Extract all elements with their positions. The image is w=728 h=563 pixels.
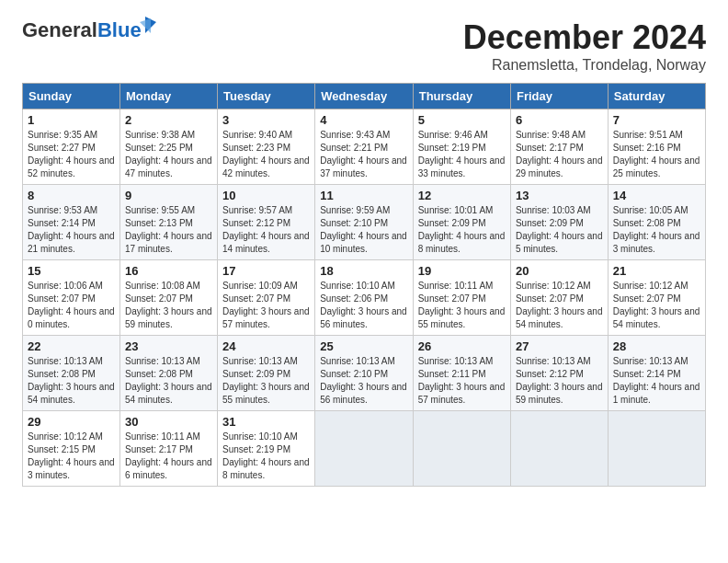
- day-number: 6: [516, 113, 603, 127]
- table-row: 28Sunrise: 10:13 AM Sunset: 2:14 PM Dayl…: [608, 336, 705, 411]
- day-info: Sunrise: 9:46 AM Sunset: 2:19 PM Dayligh…: [418, 129, 506, 180]
- table-row: 13Sunrise: 10:03 AM Sunset: 2:09 PM Dayl…: [510, 185, 608, 260]
- table-row: 27Sunrise: 10:13 AM Sunset: 2:12 PM Dayl…: [510, 336, 608, 411]
- table-row: 15Sunrise: 10:06 AM Sunset: 2:07 PM Dayl…: [23, 260, 120, 336]
- day-number: 14: [613, 189, 700, 202]
- table-row: 14Sunrise: 10:05 AM Sunset: 2:08 PM Dayl…: [608, 185, 705, 260]
- table-row: [315, 411, 414, 487]
- day-number: 12: [418, 189, 506, 202]
- col-monday: Monday: [120, 84, 218, 109]
- day-info: Sunrise: 10:05 AM Sunset: 2:08 PM Daylig…: [613, 204, 700, 256]
- col-friday: Friday: [510, 84, 608, 109]
- day-info: Sunrise: 10:09 AM Sunset: 2:07 PM Daylig…: [222, 280, 310, 331]
- logo-icon: [138, 15, 158, 35]
- day-number: 25: [320, 339, 408, 353]
- day-number: 29: [28, 415, 115, 429]
- table-row: [413, 411, 510, 487]
- day-info: Sunrise: 9:55 AM Sunset: 2:13 PM Dayligh…: [125, 204, 212, 256]
- calendar-header-row: Sunday Monday Tuesday Wednesday Thursday…: [23, 84, 706, 109]
- logo-blue: Blue: [97, 18, 142, 41]
- table-row: 10Sunrise: 9:57 AM Sunset: 2:12 PM Dayli…: [218, 185, 315, 260]
- table-row: 20Sunrise: 10:12 AM Sunset: 2:07 PM Dayl…: [510, 260, 608, 336]
- col-thursday: Thursday: [413, 84, 510, 109]
- day-number: 31: [222, 415, 310, 429]
- day-number: 21: [613, 264, 700, 278]
- logo-general: General: [22, 18, 97, 41]
- day-info: Sunrise: 10:13 AM Sunset: 2:14 PM Daylig…: [613, 355, 700, 407]
- table-row: 16Sunrise: 10:08 AM Sunset: 2:07 PM Dayl…: [120, 260, 218, 336]
- day-number: 28: [613, 339, 700, 353]
- day-info: Sunrise: 9:38 AM Sunset: 2:25 PM Dayligh…: [125, 129, 212, 180]
- table-row: 4Sunrise: 9:43 AM Sunset: 2:21 PM Daylig…: [315, 109, 414, 185]
- day-info: Sunrise: 10:13 AM Sunset: 2:08 PM Daylig…: [28, 355, 115, 407]
- table-row: [510, 411, 608, 487]
- day-info: Sunrise: 10:13 AM Sunset: 2:10 PM Daylig…: [320, 355, 408, 407]
- col-wednesday: Wednesday: [315, 84, 414, 109]
- logo: GeneralBlue: [22, 18, 142, 42]
- day-number: 24: [222, 339, 310, 353]
- page-title: December 2024: [463, 18, 706, 57]
- table-row: 3Sunrise: 9:40 AM Sunset: 2:23 PM Daylig…: [218, 109, 315, 185]
- day-info: Sunrise: 9:51 AM Sunset: 2:16 PM Dayligh…: [613, 129, 700, 180]
- day-info: Sunrise: 10:03 AM Sunset: 2:09 PM Daylig…: [516, 204, 603, 256]
- day-number: 26: [418, 339, 506, 353]
- day-number: 13: [516, 189, 603, 202]
- day-info: Sunrise: 9:53 AM Sunset: 2:14 PM Dayligh…: [28, 204, 115, 256]
- table-row: 29Sunrise: 10:12 AM Sunset: 2:15 PM Dayl…: [23, 411, 120, 487]
- table-row: 2Sunrise: 9:38 AM Sunset: 2:25 PM Daylig…: [120, 109, 218, 185]
- table-row: 24Sunrise: 10:13 AM Sunset: 2:09 PM Dayl…: [218, 336, 315, 411]
- day-number: 27: [516, 339, 603, 353]
- day-number: 18: [320, 264, 408, 278]
- day-number: 3: [222, 113, 310, 127]
- day-info: Sunrise: 9:57 AM Sunset: 2:12 PM Dayligh…: [222, 204, 310, 256]
- day-info: Sunrise: 9:48 AM Sunset: 2:17 PM Dayligh…: [516, 129, 603, 180]
- day-number: 5: [418, 113, 506, 127]
- calendar-week-row: 8Sunrise: 9:53 AM Sunset: 2:14 PM Daylig…: [23, 185, 706, 260]
- table-row: [608, 411, 705, 487]
- calendar-week-row: 15Sunrise: 10:06 AM Sunset: 2:07 PM Dayl…: [23, 260, 706, 336]
- table-row: 8Sunrise: 9:53 AM Sunset: 2:14 PM Daylig…: [23, 185, 120, 260]
- calendar-week-row: 29Sunrise: 10:12 AM Sunset: 2:15 PM Dayl…: [23, 411, 706, 487]
- day-number: 23: [125, 339, 212, 353]
- table-row: 1Sunrise: 9:35 AM Sunset: 2:27 PM Daylig…: [23, 109, 120, 185]
- table-row: 26Sunrise: 10:13 AM Sunset: 2:11 PM Dayl…: [413, 336, 510, 411]
- day-info: Sunrise: 10:12 AM Sunset: 2:07 PM Daylig…: [516, 280, 603, 331]
- day-info: Sunrise: 10:12 AM Sunset: 2:15 PM Daylig…: [28, 431, 115, 482]
- day-number: 10: [222, 189, 310, 202]
- day-number: 19: [418, 264, 506, 278]
- day-number: 16: [125, 264, 212, 278]
- table-row: 30Sunrise: 10:11 AM Sunset: 2:17 PM Dayl…: [120, 411, 218, 487]
- day-number: 30: [125, 415, 212, 429]
- table-row: 22Sunrise: 10:13 AM Sunset: 2:08 PM Dayl…: [23, 336, 120, 411]
- day-number: 15: [28, 264, 115, 278]
- col-saturday: Saturday: [608, 84, 705, 109]
- table-row: 9Sunrise: 9:55 AM Sunset: 2:13 PM Daylig…: [120, 185, 218, 260]
- day-info: Sunrise: 10:13 AM Sunset: 2:08 PM Daylig…: [125, 355, 212, 407]
- day-info: Sunrise: 9:59 AM Sunset: 2:10 PM Dayligh…: [320, 204, 408, 256]
- col-sunday: Sunday: [23, 84, 120, 109]
- day-number: 8: [28, 189, 115, 202]
- table-row: 23Sunrise: 10:13 AM Sunset: 2:08 PM Dayl…: [120, 336, 218, 411]
- day-info: Sunrise: 10:06 AM Sunset: 2:07 PM Daylig…: [28, 280, 115, 331]
- table-row: 7Sunrise: 9:51 AM Sunset: 2:16 PM Daylig…: [608, 109, 705, 185]
- calendar-week-row: 22Sunrise: 10:13 AM Sunset: 2:08 PM Dayl…: [23, 336, 706, 411]
- day-info: Sunrise: 10:08 AM Sunset: 2:07 PM Daylig…: [125, 280, 212, 331]
- day-number: 7: [613, 113, 700, 127]
- day-number: 17: [222, 264, 310, 278]
- page-subtitle: Ranemsletta, Trondelag, Norway: [463, 57, 706, 74]
- day-info: Sunrise: 10:13 AM Sunset: 2:12 PM Daylig…: [516, 355, 603, 407]
- day-number: 9: [125, 189, 212, 202]
- table-row: 12Sunrise: 10:01 AM Sunset: 2:09 PM Dayl…: [413, 185, 510, 260]
- table-row: 11Sunrise: 9:59 AM Sunset: 2:10 PM Dayli…: [315, 185, 414, 260]
- day-info: Sunrise: 9:35 AM Sunset: 2:27 PM Dayligh…: [28, 129, 115, 180]
- day-number: 1: [28, 113, 115, 127]
- calendar-table: Sunday Monday Tuesday Wednesday Thursday…: [22, 83, 706, 487]
- table-row: 17Sunrise: 10:09 AM Sunset: 2:07 PM Dayl…: [218, 260, 315, 336]
- day-number: 11: [320, 189, 408, 202]
- day-number: 4: [320, 113, 408, 127]
- calendar-week-row: 1Sunrise: 9:35 AM Sunset: 2:27 PM Daylig…: [23, 109, 706, 185]
- table-row: 25Sunrise: 10:13 AM Sunset: 2:10 PM Dayl…: [315, 336, 414, 411]
- day-info: Sunrise: 10:13 AM Sunset: 2:11 PM Daylig…: [418, 355, 506, 407]
- day-info: Sunrise: 10:11 AM Sunset: 2:07 PM Daylig…: [418, 280, 506, 331]
- day-info: Sunrise: 10:10 AM Sunset: 2:19 PM Daylig…: [222, 431, 310, 482]
